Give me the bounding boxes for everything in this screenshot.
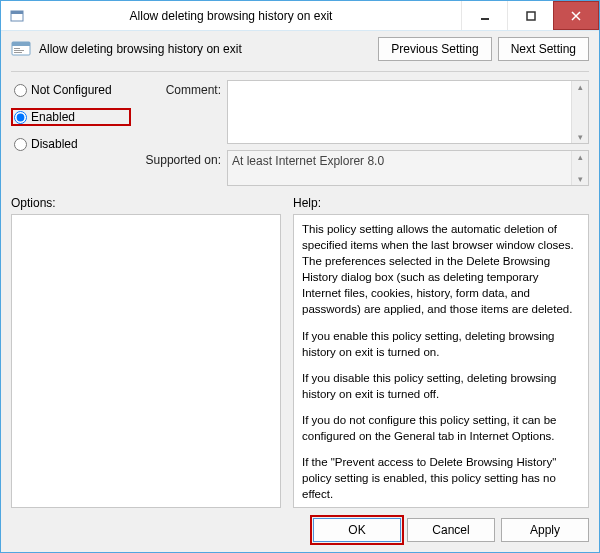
svg-rect-6 [14,48,20,49]
svg-rect-7 [14,50,24,51]
radio-enabled[interactable]: Enabled [11,108,131,126]
header-row: Allow deleting browsing history on exit … [11,37,589,61]
scrollbar[interactable]: ▴▾ [571,81,588,143]
cancel-button[interactable]: Cancel [407,518,495,542]
fields: Comment: ▴▾ Supported on: ▴▾ [137,80,589,186]
help-p4: If you do not configure this policy sett… [302,412,580,444]
ok-button[interactable]: OK [313,518,401,542]
help-p1: This policy setting allows the automatic… [302,221,580,318]
scrollbar[interactable]: ▴▾ [571,151,588,185]
supported-field [228,151,571,185]
supported-row: Supported on: ▴▾ [137,150,589,186]
minimize-button[interactable] [461,1,507,30]
supported-label: Supported on: [137,150,221,167]
next-setting-button[interactable]: Next Setting [498,37,589,61]
dialog-body: Allow deleting browsing history on exit … [1,31,599,552]
comment-field-wrap: ▴▾ [227,80,589,144]
titlebar: Allow deleting browsing history on exit [1,1,599,31]
state-radios: Not Configured Enabled Disabled [11,80,131,186]
apply-button[interactable]: Apply [501,518,589,542]
radio-enabled-input[interactable] [14,111,27,124]
window-controls [461,1,599,30]
options-column: Options: [11,196,281,508]
svg-rect-8 [14,52,22,53]
svg-rect-5 [12,42,30,46]
divider [11,71,589,72]
supported-field-wrap: ▴▾ [227,150,589,186]
radio-disabled[interactable]: Disabled [11,136,131,152]
comment-field[interactable] [228,81,571,143]
help-column: Help: This policy setting allows the aut… [293,196,589,508]
dialog-window: Allow deleting browsing history on exit [0,0,600,553]
radio-not-configured-input[interactable] [14,84,27,97]
close-button[interactable] [553,1,599,30]
help-p3: If you disable this policy setting, dele… [302,370,580,402]
help-label: Help: [293,196,589,210]
radio-disabled-input[interactable] [14,138,27,151]
radio-enabled-label: Enabled [31,110,75,124]
footer: OK Cancel Apply [11,508,589,542]
help-text[interactable]: This policy setting allows the automatic… [294,215,588,507]
page-title: Allow deleting browsing history on exit [39,42,242,56]
nav-buttons: Previous Setting Next Setting [378,37,589,61]
policy-icon [11,40,31,58]
options-panel [11,214,281,508]
radio-not-configured[interactable]: Not Configured [11,82,131,98]
help-panel: This policy setting allows the automatic… [293,214,589,508]
svg-rect-3 [527,12,535,20]
svg-rect-2 [481,18,489,20]
window-title: Allow deleting browsing history on exit [1,9,461,23]
comment-row: Comment: ▴▾ [137,80,589,144]
comment-label: Comment: [137,80,221,97]
config-row: Not Configured Enabled Disabled Comment:… [11,80,589,186]
options-label: Options: [11,196,281,210]
help-p2: If you enable this policy setting, delet… [302,328,580,360]
previous-setting-button[interactable]: Previous Setting [378,37,491,61]
lower-row: Options: Help: This policy setting allow… [11,196,589,508]
radio-not-configured-label: Not Configured [31,83,112,97]
help-p5: If the "Prevent access to Delete Browsin… [302,454,580,502]
radio-disabled-label: Disabled [31,137,78,151]
maximize-button[interactable] [507,1,553,30]
